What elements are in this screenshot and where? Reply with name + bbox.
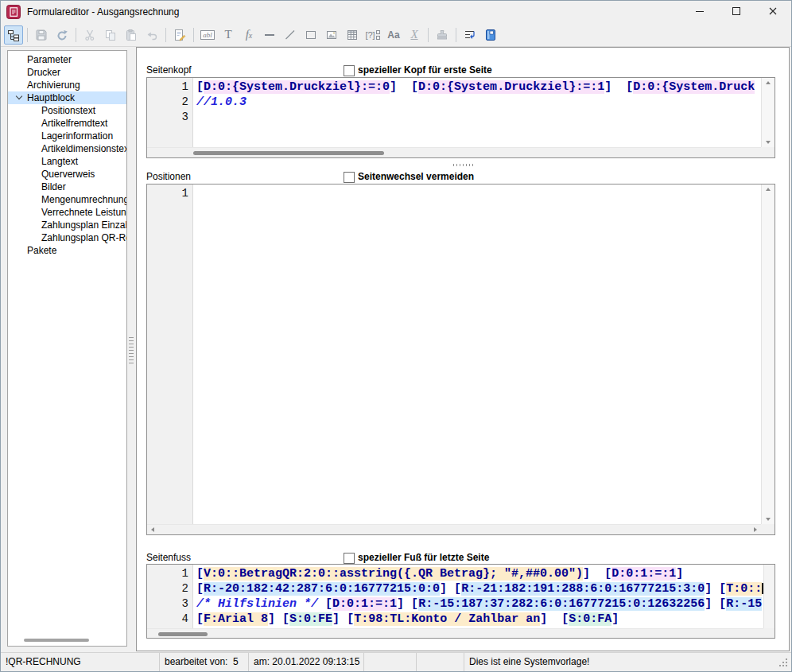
positionen-horizontal-scrollbar[interactable] xyxy=(147,524,761,534)
line-number: 2 xyxy=(147,95,188,110)
tree-item-artikelfremdtext[interactable]: Artikelfremdtext xyxy=(8,117,126,130)
font-button[interactable]: Aa xyxy=(384,25,403,45)
scrollbar-thumb[interactable] xyxy=(158,632,208,636)
scrollbar-corner xyxy=(763,628,775,638)
seitenkopf-horizontal-scrollbar[interactable] xyxy=(147,147,761,157)
horizontal-line-button[interactable] xyxy=(260,25,279,45)
scrollbar-thumb[interactable] xyxy=(193,151,384,155)
tree-item-bilder[interactable]: Bilder xyxy=(8,181,126,193)
seitenfuss-checkbox[interactable] xyxy=(344,553,355,564)
tree-item-artikeldimensionstext[interactable]: Artikeldimensionstext xyxy=(8,142,126,155)
tree-item-parameter[interactable]: Parameter xyxy=(8,53,126,66)
status-panel-2: am: 20.01.2022 09:13:15 xyxy=(249,653,364,671)
notebook-button[interactable] xyxy=(481,25,500,45)
rectangle-button[interactable] xyxy=(301,25,320,45)
seitenkopf-vertical-scrollbar[interactable] xyxy=(761,78,775,147)
tree-item-pakete[interactable]: Pakete xyxy=(8,244,126,257)
tree-item-label: Artikeldimensionstext xyxy=(41,143,126,154)
image-button[interactable] xyxy=(322,25,341,45)
paste-icon xyxy=(125,29,138,41)
scroll-up-icon[interactable] xyxy=(766,188,771,191)
code-line: [R:-20:182:42:287:6:0:16777215:0:0] [R:-… xyxy=(196,581,763,596)
tree-item-drucker[interactable]: Drucker xyxy=(8,66,126,79)
tree-item-label: Langtext xyxy=(41,156,78,167)
cut-button[interactable] xyxy=(80,25,99,45)
seitenfuss-horizontal-scrollbar[interactable] xyxy=(147,628,763,638)
tree-item-lagerinformation[interactable]: Lagerinformation xyxy=(8,130,126,142)
status-panel-1: bearbeitet von: 5 xyxy=(160,653,249,671)
save-button[interactable] xyxy=(32,25,51,45)
tree-item-positionstext[interactable]: Positionstext xyxy=(8,104,126,117)
tree-item-hauptblock[interactable]: Hauptblock xyxy=(8,91,126,104)
positionen-vertical-scrollbar[interactable] xyxy=(761,185,775,524)
seitenkopf-code-area[interactable]: [D:0:{System.Druckziel}:=:0] [D:0:{Syste… xyxy=(193,78,761,147)
formula-button[interactable]: fx xyxy=(239,25,258,45)
line-number: 3 xyxy=(147,596,188,612)
minimize-button[interactable] xyxy=(681,1,718,23)
text-icon: T xyxy=(224,28,231,41)
seitenfuss-line-numbers: 1234 xyxy=(147,565,193,628)
tree-item-mengenumrechnunge[interactable]: Mengenumrechnunge xyxy=(8,193,126,206)
stamp-icon xyxy=(436,29,448,41)
resize-grip[interactable] xyxy=(786,665,787,666)
tree-item-label: Querverweis xyxy=(41,169,95,180)
scroll-right-icon[interactable] xyxy=(754,527,757,532)
tree-item-langtext[interactable]: Langtext xyxy=(8,155,126,168)
placeholder-block-button[interactable]: [?] xyxy=(363,25,382,45)
line-number: 1 xyxy=(147,566,188,581)
maximize-button[interactable] xyxy=(718,1,755,23)
code-line: [D:0:{System.Druckziel}:=:0] [D:0:{Syste… xyxy=(196,80,761,95)
horizontal-splitter[interactable] xyxy=(453,164,474,166)
tree-item-zahlungsplan-qr-rec[interactable]: Zahlungsplan QR-Rec xyxy=(8,231,126,244)
text-field-icon: abl xyxy=(200,30,215,40)
italic-button[interactable]: X xyxy=(405,25,424,45)
status-panel-0: !QR-RECHNUNG xyxy=(1,653,160,671)
titlebar: Formulareditor - Ausgangsrechnung xyxy=(1,1,791,23)
app-icon xyxy=(6,5,21,19)
status-panel-5: Dies ist eine Systemvorlage! xyxy=(464,653,791,671)
tree-item-archivierung[interactable]: Archivierung xyxy=(8,79,126,91)
positionen-line-numbers: 1 xyxy=(147,185,193,524)
scroll-left-icon[interactable] xyxy=(151,527,154,532)
toolbar: ablTfx[?]AaX xyxy=(1,23,791,47)
stamp-button[interactable] xyxy=(433,25,452,45)
scrollbar-thumb[interactable] xyxy=(24,639,89,642)
toolbar-separator xyxy=(456,28,456,42)
close-button[interactable] xyxy=(755,1,791,23)
positionen-code-area[interactable] xyxy=(193,185,761,524)
scroll-up-icon[interactable] xyxy=(766,81,771,84)
tree-item-querverweis[interactable]: Querverweis xyxy=(8,168,126,181)
diagonal-line-button[interactable] xyxy=(281,25,300,45)
text-field-button[interactable]: abl xyxy=(198,25,217,45)
edit-form-button[interactable] xyxy=(170,25,189,45)
scroll-down-icon[interactable] xyxy=(766,518,771,521)
font-icon: Aa xyxy=(387,29,399,41)
scroll-down-icon[interactable] xyxy=(766,141,771,144)
refresh-icon xyxy=(56,29,68,41)
line-number: 1 xyxy=(147,80,188,95)
tree-item-zahlungsplan-einzahlu[interactable]: Zahlungsplan Einzahlu xyxy=(8,219,126,231)
sidebar-horizontal-scrollbar[interactable] xyxy=(10,636,125,644)
refresh-button[interactable] xyxy=(52,25,72,45)
seitenkopf-editor: 123 [D:0:{System.Druckziel}:=:0] [D:0:{S… xyxy=(146,77,775,158)
tree-view-button[interactable] xyxy=(4,25,23,45)
code-line: /* Hilfslinien */ [D:0:1:=:1] [R:-15:187… xyxy=(196,596,763,612)
copy-button[interactable] xyxy=(101,25,120,45)
table-button[interactable] xyxy=(343,25,362,45)
tree-item-label: Parameter xyxy=(27,54,72,65)
scrollbar-corner xyxy=(761,147,775,157)
rectangle-icon xyxy=(305,29,317,41)
line-number: 1 xyxy=(147,186,188,201)
close-icon xyxy=(768,6,778,18)
paste-button[interactable] xyxy=(122,25,141,45)
tree-item-verrechnete-leistunge[interactable]: Verrechnete Leistunge xyxy=(8,206,126,219)
undo-button[interactable] xyxy=(142,25,161,45)
seitenfuss-code-area[interactable]: [V:0::BetragQR:2:0::asstring({.QR Betrag… xyxy=(193,565,763,628)
text-button[interactable]: T xyxy=(219,25,238,45)
positionen-checkbox[interactable] xyxy=(344,172,355,183)
seitenfuss-vertical-scrollbar[interactable] xyxy=(763,565,775,628)
statusbar: !QR-RECHNUNGbearbeitet von: 5am: 20.01.2… xyxy=(1,652,791,671)
seitenkopf-checkbox[interactable] xyxy=(344,65,355,76)
vertical-splitter[interactable] xyxy=(129,337,134,366)
wrap-lines-button[interactable] xyxy=(460,25,479,45)
